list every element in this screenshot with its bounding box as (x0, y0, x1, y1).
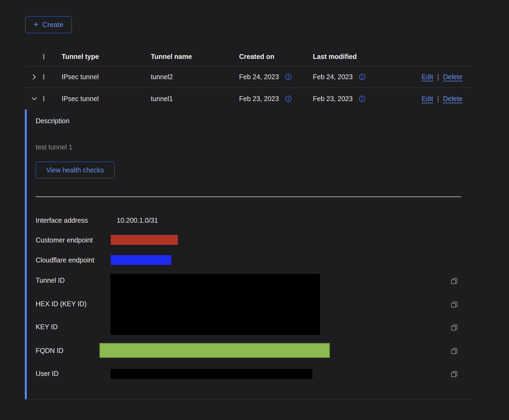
cloudflare-endpoint-redacted-value (111, 255, 171, 265)
table-row: IPsec tunnel tunnel2 Feb 24, 2023 Feb 24… (25, 66, 471, 88)
collapse-row-button[interactable] (25, 95, 43, 102)
create-button-label: Create (42, 21, 63, 29)
tunnel-id-label: Tunnel ID (36, 276, 65, 284)
fqdn-id-label: FQDN ID (36, 347, 63, 355)
created-on-value: Feb 23, 2023 (239, 95, 279, 103)
key-id-label: KEY ID (36, 323, 58, 331)
user-id-redacted-value (110, 369, 312, 379)
last-modified-value: Feb 23, 2023 (313, 95, 353, 103)
cloudflare-endpoint-label: Cloudflare endpoint (36, 256, 94, 264)
customer-endpoint-label: Customer endpoint (36, 236, 93, 244)
info-icon[interactable] (285, 95, 292, 102)
info-icon[interactable] (285, 73, 292, 81)
interface-address-label: Interface address (36, 216, 88, 224)
edit-link[interactable]: Edit (421, 95, 433, 103)
section-divider (36, 196, 461, 197)
link-separator: | (437, 95, 439, 103)
header-tunnel-name: Tunnel name (151, 53, 239, 61)
copy-icon (450, 369, 459, 379)
created-on-value: Feb 24, 2023 (239, 73, 279, 81)
description-value: test tunnel 1 (36, 143, 72, 151)
tunnel-type-value: IPsec tunnel (62, 95, 151, 103)
info-icon[interactable] (359, 95, 366, 102)
link-separator: | (437, 73, 439, 81)
chevron-right-icon (31, 74, 38, 81)
plus-icon: + (34, 20, 39, 29)
delete-link[interactable]: Delete (443, 73, 463, 81)
view-health-checks-button[interactable]: View health checks (36, 162, 115, 178)
copy-user-id-button[interactable] (450, 369, 459, 379)
table-header: Tunnel type Tunnel name Created on Last … (25, 47, 471, 66)
delete-link[interactable]: Delete (443, 95, 463, 103)
edit-link[interactable]: Edit (421, 73, 433, 81)
copy-icon (450, 276, 459, 286)
row-checkbox[interactable] (43, 74, 44, 80)
select-all-checkbox[interactable] (43, 54, 44, 59)
interface-address-value: 10.200.1.0/31 (117, 216, 158, 224)
description-label: Description (36, 117, 69, 125)
table-row: IPsec tunnel tunnel1 Feb 23, 2023 Feb 23… (25, 88, 471, 109)
customer-endpoint-redacted-value (111, 235, 178, 245)
header-tunnel-type: Tunnel type (62, 53, 151, 61)
hex-id-label: HEX ID (KEY ID) (36, 300, 86, 308)
create-button[interactable]: + Create (25, 16, 72, 33)
fqdn-id-redacted-value (99, 343, 330, 358)
header-created-on: Created on (239, 53, 313, 61)
tunnel-type-value: IPsec tunnel (62, 73, 151, 81)
header-last-modified: Last modified (313, 53, 397, 61)
copy-icon (450, 346, 459, 356)
user-id-label: User ID (36, 370, 59, 378)
expanded-accent-bar (25, 109, 27, 399)
last-modified-value: Feb 24, 2023 (313, 73, 353, 81)
info-icon[interactable] (359, 73, 366, 81)
expand-row-button[interactable] (25, 74, 43, 81)
chevron-down-icon (31, 95, 38, 102)
copy-icon (450, 322, 459, 332)
copy-icon (450, 299, 459, 309)
copy-fqdn-id-button[interactable] (450, 346, 459, 356)
copy-key-id-button[interactable] (450, 322, 459, 332)
tunnel-name-value: tunnel1 (151, 95, 239, 103)
page: { "page": { "background": "#1d1d1f", "ac… (0, 0, 509, 420)
tunnel-name-value: tunnel2 (151, 73, 239, 81)
row-checkbox[interactable] (43, 96, 44, 101)
copy-hex-id-button[interactable] (450, 299, 459, 309)
ids-redacted-block (110, 274, 320, 335)
copy-tunnel-id-button[interactable] (450, 276, 459, 286)
expanded-row-panel: Description test tunnel 1 View health ch… (25, 109, 471, 399)
